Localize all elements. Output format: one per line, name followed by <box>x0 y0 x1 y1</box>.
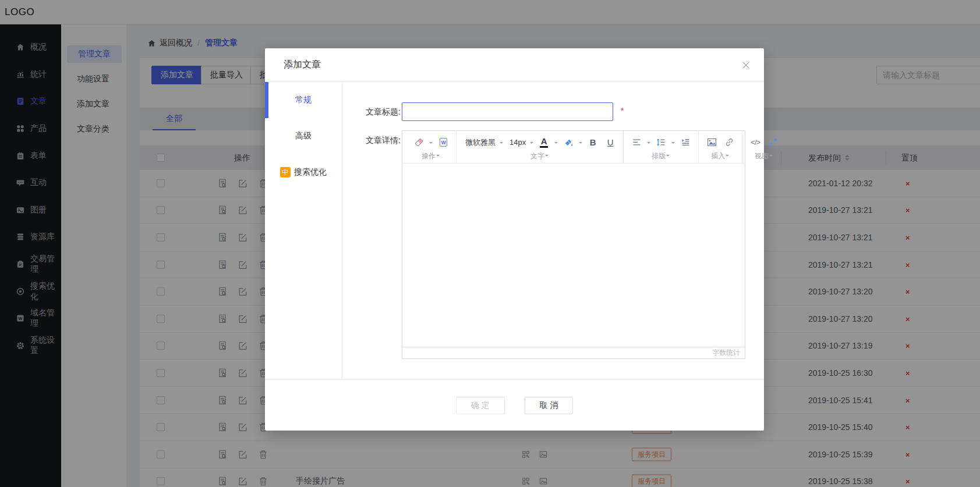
toolbar-group-label-3[interactable]: 插入 <box>704 151 737 162</box>
toolbar-icons-row <box>704 134 737 151</box>
modal-tab-2[interactable]: 中搜索优化 <box>265 154 342 190</box>
word-import-button[interactable]: W <box>437 136 450 150</box>
close-icon[interactable] <box>741 60 751 70</box>
add-article-dialog: 添加文章 常规高级中搜索优化 文章标题: * 文章详情: W操作微软雅黑14px… <box>265 48 764 431</box>
toolbar-icons-row: 微软雅黑14pxABU <box>462 134 618 151</box>
cn-badge-icon: 中 <box>280 167 291 177</box>
chevron-down-icon[interactable] <box>579 142 582 145</box>
article-title-label: 文章标题: <box>342 102 401 121</box>
toolbar-group-4: </>视图 <box>742 131 786 163</box>
align-button[interactable] <box>630 136 643 150</box>
highlight-button[interactable] <box>562 136 575 150</box>
chevron-down-icon[interactable] <box>500 142 503 145</box>
modal-tab-1[interactable]: 高级 <box>265 118 342 154</box>
article-detail-label: 文章详情: <box>342 131 401 150</box>
chevron-down-icon[interactable] <box>429 142 433 145</box>
font-size-select[interactable]: 14px <box>506 138 527 147</box>
active-tab-bar <box>265 82 268 118</box>
toolbar-group-3: 插入 <box>699 131 742 163</box>
modal-tab-0[interactable]: 常规 <box>265 82 342 118</box>
chevron-down-icon[interactable] <box>671 142 675 145</box>
toolbar-group-2: 排版 <box>624 131 699 163</box>
link-button[interactable] <box>723 136 735 150</box>
editor-status-bar: 字数统计 <box>402 347 745 358</box>
editor-toolbar: W操作微软雅黑14pxABU文字排版插入</>视图 <box>402 131 745 163</box>
image-button[interactable] <box>705 136 718 150</box>
toolbar-icons-row: W <box>411 134 451 151</box>
dialog-header: 添加文章 <box>265 48 764 82</box>
font-color-button[interactable]: A <box>537 136 550 150</box>
toolbar-group-label-1[interactable]: 文字 <box>462 151 618 162</box>
modal-tab-label: 搜索优化 <box>294 167 327 177</box>
chevron-down-icon[interactable] <box>554 142 558 145</box>
eraser-button[interactable] <box>412 136 425 150</box>
chevron-down-icon[interactable] <box>647 142 650 145</box>
cancel-button[interactable]: 取 消 <box>525 397 574 414</box>
dialog-form: 文章标题: * 文章详情: W操作微软雅黑14pxABU文字排版插入</>视图 … <box>342 82 764 379</box>
dialog-footer: 确 定 取 消 <box>265 379 764 431</box>
confirm-button[interactable]: 确 定 <box>456 397 505 414</box>
article-title-input[interactable] <box>402 102 613 121</box>
toolbar-group-0: W操作 <box>406 131 457 163</box>
toolbar-group-1: 微软雅黑14pxABU文字 <box>457 131 624 163</box>
dialog-title: 添加文章 <box>284 59 321 71</box>
toolbar-icons-row <box>629 134 693 151</box>
underline-button[interactable]: U <box>604 136 617 150</box>
fullscreen-button[interactable] <box>766 136 779 150</box>
modal-tab-label: 高级 <box>295 131 312 141</box>
rich-text-editor: W操作微软雅黑14pxABU文字排版插入</>视图 字数统计 <box>402 130 745 359</box>
toolbar-group-label-0[interactable]: 操作 <box>411 151 451 162</box>
dialog-tab-rail: 常规高级中搜索优化 <box>265 82 342 379</box>
line-height-button[interactable] <box>654 136 667 150</box>
toolbar-icons-row: </> <box>748 134 780 151</box>
toolbar-group-label-2[interactable]: 排版 <box>629 151 693 162</box>
editor-content-area[interactable] <box>402 164 745 347</box>
code-button[interactable]: </> <box>749 136 762 150</box>
chevron-down-icon[interactable] <box>530 142 533 145</box>
app-window: LOGO 概况统计文章产品表单互动图册资源库交易管理搜索优化W域名管理系统设置 … <box>0 0 980 487</box>
indent-button[interactable] <box>679 136 692 150</box>
required-asterisk: * <box>621 106 624 115</box>
bold-button[interactable]: B <box>586 136 599 150</box>
modal-tab-label: 常规 <box>295 95 312 105</box>
word-count-label[interactable]: 字数统计 <box>712 349 740 357</box>
font-name-select[interactable]: 微软雅黑 <box>462 137 497 148</box>
toolbar-group-label-4[interactable]: 视图 <box>748 151 780 162</box>
svg-text:W: W <box>441 140 446 145</box>
